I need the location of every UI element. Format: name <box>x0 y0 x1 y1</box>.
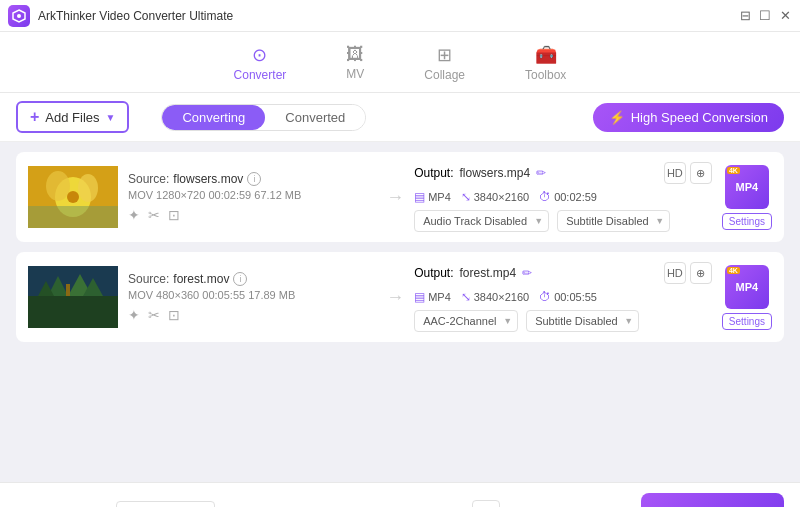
resolution-meta-1: ⤡ 3840×2160 <box>461 190 529 204</box>
enhance-icon-1[interactable]: ⊡ <box>168 207 180 223</box>
titlebar: ArkThinker Video Converter Ultimate ⊟ ☐ … <box>0 0 800 32</box>
edit-icon-1[interactable]: ✏ <box>536 166 546 180</box>
format-icon-1: ▤ <box>414 190 425 204</box>
format-badge-1: 4K MP4 <box>725 165 769 209</box>
source-label-2: Source: forest.mov i <box>128 272 376 286</box>
mv-icon: 🖼 <box>346 44 364 65</box>
output-meta-1: ▤ MP4 ⤡ 3840×2160 ⏱ 00:02:59 <box>414 190 712 204</box>
subtitle-select-wrap-2: Subtitle Disabled ▼ <box>526 310 639 332</box>
clock-icon-1: ⏱ <box>539 190 551 204</box>
output-icons-1: HD ⊕ <box>664 162 712 184</box>
arrow-icon-2: → <box>386 287 404 308</box>
duration-meta-1: ⏱ 00:02:59 <box>539 190 597 204</box>
output-selects-2: AAC-2Channel ▼ Subtitle Disabled ▼ <box>414 310 712 332</box>
lightning-icon: ⚡ <box>609 110 625 125</box>
subtitle-select-wrap-1: Subtitle Disabled ▼ <box>557 210 670 232</box>
clock-icon-2: ⏱ <box>539 290 551 304</box>
converting-tab[interactable]: Converting <box>162 105 265 130</box>
add-files-button[interactable]: + Add Files ▼ <box>16 101 129 133</box>
nav-bar: ⊙ Converter 🖼 MV ⊞ Collage 🧰 Toolbox <box>0 32 800 93</box>
nav-label-collage: Collage <box>424 68 465 82</box>
format-settings-button[interactable]: ⚙ <box>472 500 500 508</box>
file-info-2: Source: forest.mov i MOV 480×360 00:05:5… <box>128 272 376 323</box>
settings-button-2[interactable]: Settings <box>722 313 772 330</box>
nav-item-converter[interactable]: ⊙ Converter <box>224 40 297 86</box>
file-card-1: Source: flowsers.mov i MOV 1280×720 00:0… <box>16 152 784 242</box>
output-name-2: forest.mp4 <box>459 266 516 280</box>
add-output-icon-1[interactable]: ⊕ <box>690 162 712 184</box>
nav-item-collage[interactable]: ⊞ Collage <box>414 40 475 86</box>
resolution-icon-1: ⤡ <box>461 190 471 204</box>
convert-all-button[interactable]: Convert All <box>641 493 784 507</box>
effects-icon-2[interactable]: ✦ <box>128 307 140 323</box>
dropdown-arrow-icon: ▼ <box>106 112 116 123</box>
output-section-1: Output: flowsers.mp4 ✏ HD ⊕ ▤ MP4 ⤡ 3840… <box>414 162 712 232</box>
output-icons-2: HD ⊕ <box>664 262 712 284</box>
file-actions-1: ✦ ✂ ⊡ <box>128 207 376 223</box>
thumbnail-2 <box>28 266 118 328</box>
svg-rect-7 <box>28 206 118 228</box>
info-icon-2: i <box>233 272 247 286</box>
tab-group: Converting Converted <box>161 104 366 131</box>
nav-label-toolbox: Toolbox <box>525 68 566 82</box>
add-files-label: Add Files <box>45 110 99 125</box>
audio-select-1[interactable]: Audio Track Disabled <box>414 210 549 232</box>
add-output-icon-2[interactable]: ⊕ <box>690 262 712 284</box>
bottom-bar: Output Format: MP4 4K Video ▼ ⚙ Merge in… <box>0 482 800 507</box>
svg-rect-9 <box>28 296 118 328</box>
file-meta-2: MOV 480×360 00:05:55 17.89 MB <box>128 289 376 301</box>
cut-icon-2[interactable]: ✂ <box>148 307 160 323</box>
format-select[interactable]: MP4 4K Video <box>116 501 215 508</box>
file-actions-2: ✦ ✂ ⊡ <box>128 307 376 323</box>
output-header-2: Output: forest.mp4 ✏ HD ⊕ <box>414 262 712 284</box>
thumbnail-1 <box>28 166 118 228</box>
converted-tab[interactable]: Converted <box>265 105 365 130</box>
close-button[interactable]: ✕ <box>778 9 792 23</box>
enhance-icon-2[interactable]: ⊡ <box>168 307 180 323</box>
toolbar: + Add Files ▼ Converting Converted ⚡ Hig… <box>0 93 800 142</box>
nav-label-converter: Converter <box>234 68 287 82</box>
audio-select-wrap-2: AAC-2Channel ▼ <box>414 310 518 332</box>
svg-point-4 <box>46 171 70 201</box>
nav-item-mv[interactable]: 🖼 MV <box>336 40 374 86</box>
subtitle-select-2[interactable]: Subtitle Disabled <box>526 310 639 332</box>
hd-icon-2[interactable]: HD <box>664 262 686 284</box>
resolution-meta-2: ⤡ 3840×2160 <box>461 290 529 304</box>
high-speed-label: High Speed Conversion <box>631 110 768 125</box>
main-content: Source: flowsers.mov i MOV 1280×720 00:0… <box>0 142 800 482</box>
bottom-right: Merge into one file Convert All <box>510 493 784 507</box>
plus-icon: + <box>30 108 39 126</box>
svg-point-5 <box>78 174 98 202</box>
format-badge-label-2: MP4 <box>736 281 759 293</box>
audio-select-wrap-1: Audio Track Disabled ▼ <box>414 210 549 232</box>
output-meta-2: ▤ MP4 ⤡ 3840×2160 ⏱ 00:05:55 <box>414 290 712 304</box>
format-select-wrap: MP4 4K Video ▼ <box>116 501 462 508</box>
audio-select-2[interactable]: AAC-2Channel <box>414 310 518 332</box>
cut-icon-1[interactable]: ✂ <box>148 207 160 223</box>
high-speed-button[interactable]: ⚡ High Speed Conversion <box>593 103 784 132</box>
file-info-1: Source: flowsers.mov i MOV 1280×720 00:0… <box>128 172 376 223</box>
arrow-icon-1: → <box>386 187 404 208</box>
output-selects-1: Audio Track Disabled ▼ Subtitle Disabled… <box>414 210 712 232</box>
svg-point-1 <box>17 14 21 18</box>
toolbox-icon: 🧰 <box>535 44 557 66</box>
nav-item-toolbox[interactable]: 🧰 Toolbox <box>515 40 576 86</box>
nav-label-mv: MV <box>346 67 364 81</box>
subtitle-select-1[interactable]: Subtitle Disabled <box>557 210 670 232</box>
collage-icon: ⊞ <box>437 44 452 66</box>
format-meta-2: ▤ MP4 <box>414 290 451 304</box>
output-header-1: Output: flowsers.mp4 ✏ HD ⊕ <box>414 162 712 184</box>
edit-icon-2[interactable]: ✏ <box>522 266 532 280</box>
settings-button-1[interactable]: Settings <box>722 213 772 230</box>
4k-badge-2: 4K <box>727 267 740 274</box>
maximize-button[interactable]: ☐ <box>758 9 772 23</box>
minimize-button[interactable]: ⊟ <box>738 9 752 23</box>
format-icon-2: ▤ <box>414 290 425 304</box>
app-logo <box>8 5 30 27</box>
effects-icon-1[interactable]: ✦ <box>128 207 140 223</box>
hd-icon-1[interactable]: HD <box>664 162 686 184</box>
format-badge-label-1: MP4 <box>736 181 759 193</box>
settings-area-2: 4K MP4 Settings <box>722 265 772 330</box>
info-icon-1: i <box>247 172 261 186</box>
format-row: Output Format: MP4 4K Video ▼ ⚙ Merge in… <box>16 493 784 507</box>
